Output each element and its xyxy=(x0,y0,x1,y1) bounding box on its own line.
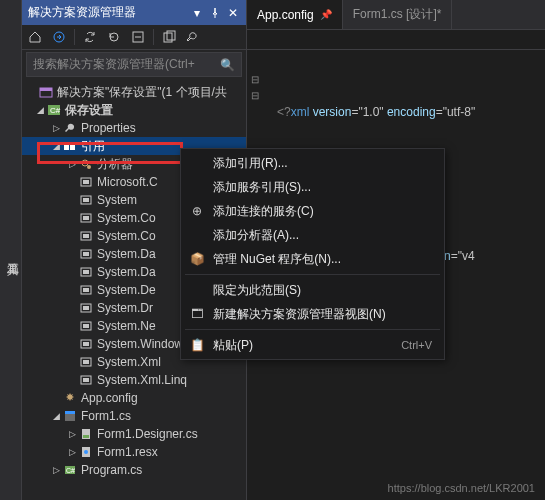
search-input[interactable]: 搜索解决方案资源管理器(Ctrl+ 🔍 xyxy=(26,52,242,77)
solution-icon xyxy=(38,84,54,100)
editor-toolbar xyxy=(247,30,545,50)
assembly-icon xyxy=(78,354,94,370)
svg-rect-27 xyxy=(83,306,89,310)
svg-rect-17 xyxy=(83,216,89,220)
menu-new-explorer-view[interactable]: 🗔新建解决方案资源管理器视图(N) xyxy=(183,302,442,326)
assembly-icon xyxy=(78,246,94,262)
outline-gutter: ⊟⊟ xyxy=(251,56,259,152)
refresh-icon[interactable] xyxy=(105,28,123,46)
assembly-icon xyxy=(78,318,94,334)
pin-icon[interactable]: 📌 xyxy=(320,9,332,20)
expander-icon[interactable]: ▷ xyxy=(50,465,62,475)
expander-icon[interactable]: ▷ xyxy=(66,429,78,439)
svg-point-11 xyxy=(87,165,91,169)
resx-icon xyxy=(78,444,94,460)
expander-icon[interactable]: ▷ xyxy=(66,159,78,169)
menu-manage-nuget[interactable]: 📦管理 NuGet 程序包(N)... xyxy=(183,247,442,271)
menu-add-service-reference[interactable]: 添加服务引用(S)... xyxy=(183,175,442,199)
svg-text:C#: C# xyxy=(50,106,61,115)
shortcut-label: Ctrl+V xyxy=(401,339,432,351)
svg-rect-31 xyxy=(83,342,89,346)
assembly-icon xyxy=(78,192,94,208)
assembly-icon xyxy=(78,228,94,244)
expander-icon[interactable]: ◢ xyxy=(50,411,62,421)
analyzer-icon xyxy=(78,156,94,172)
svg-rect-8 xyxy=(64,142,69,150)
svg-rect-5 xyxy=(40,88,52,91)
explorer-toolbar xyxy=(22,25,246,50)
nuget-icon: 📦 xyxy=(189,252,205,266)
references-icon xyxy=(62,138,78,154)
svg-rect-2 xyxy=(164,33,172,42)
svg-rect-25 xyxy=(83,288,89,292)
paste-icon: 📋 xyxy=(189,338,205,352)
expander-icon[interactable]: ▷ xyxy=(66,447,78,457)
appconfig-node[interactable]: App.config xyxy=(22,389,246,407)
assembly-icon xyxy=(78,210,94,226)
close-icon[interactable]: ✕ xyxy=(226,6,240,20)
connected-service-icon: ⊕ xyxy=(189,204,205,218)
new-view-icon: 🗔 xyxy=(189,307,205,321)
properties-icon[interactable] xyxy=(184,28,202,46)
panel-title: 解决方案资源管理器 xyxy=(28,4,186,21)
svg-rect-35 xyxy=(83,378,89,382)
svg-rect-19 xyxy=(83,234,89,238)
svg-rect-9 xyxy=(70,142,75,150)
form-icon xyxy=(62,408,78,424)
csharp-project-icon: C# xyxy=(46,102,62,118)
menu-add-analyzer[interactable]: 添加分析器(A)... xyxy=(183,223,442,247)
expander-icon[interactable]: ◢ xyxy=(50,141,62,151)
watermark: https://blog.csdn.net/LKR2001 xyxy=(388,482,535,494)
tab-appconfig[interactable]: App.config📌 xyxy=(247,0,343,29)
menu-add-connected-service[interactable]: ⊕添加连接的服务(C) xyxy=(183,199,442,223)
svg-rect-29 xyxy=(83,324,89,328)
show-all-icon[interactable] xyxy=(160,28,178,46)
svg-rect-33 xyxy=(83,360,89,364)
assembly-icon xyxy=(78,336,94,352)
svg-rect-3 xyxy=(167,31,175,40)
menu-add-reference[interactable]: 添加引用(R)... xyxy=(183,151,442,175)
pin-icon[interactable] xyxy=(208,6,222,20)
editor-tabs: App.config📌 Form1.cs [设计]* xyxy=(247,0,545,30)
collapse-icon[interactable] xyxy=(129,28,147,46)
cs-file-icon xyxy=(78,426,94,442)
program-node[interactable]: ▷C#Program.cs xyxy=(22,461,246,479)
nav-arrow-icon[interactable] xyxy=(50,28,68,46)
svg-rect-13 xyxy=(83,180,89,184)
home-icon[interactable] xyxy=(26,28,44,46)
svg-rect-37 xyxy=(65,411,75,414)
solution-node[interactable]: 解决方案"保存设置"(1 个项目/共 xyxy=(22,83,246,101)
toolbox-tab[interactable]: 工具箱 xyxy=(0,0,22,500)
menu-separator xyxy=(185,329,440,330)
cs-file-icon: C# xyxy=(62,462,78,478)
assembly-icon xyxy=(78,174,94,190)
svg-rect-15 xyxy=(83,198,89,202)
reference-item[interactable]: System.Xml.Linq xyxy=(22,371,246,389)
panel-header: 解决方案资源管理器 ▾ ✕ xyxy=(22,0,246,25)
config-icon xyxy=(62,390,78,406)
tab-form1-design[interactable]: Form1.cs [设计]* xyxy=(343,0,453,29)
svg-text:C#: C# xyxy=(66,467,75,474)
menu-scope-to-this[interactable]: 限定为此范围(S) xyxy=(183,278,442,302)
context-menu: 添加引用(R)... 添加服务引用(S)... ⊕添加连接的服务(C) 添加分析… xyxy=(180,148,445,360)
form1-resx-node[interactable]: ▷Form1.resx xyxy=(22,443,246,461)
separator xyxy=(74,29,75,45)
svg-point-10 xyxy=(82,160,88,166)
search-icon: 🔍 xyxy=(220,58,235,72)
assembly-icon xyxy=(78,372,94,388)
form1-designer-node[interactable]: ▷Form1.Designer.cs xyxy=(22,425,246,443)
svg-rect-23 xyxy=(83,270,89,274)
svg-rect-21 xyxy=(83,252,89,256)
properties-node[interactable]: ▷Properties xyxy=(22,119,246,137)
svg-point-41 xyxy=(84,450,88,454)
assembly-icon xyxy=(78,264,94,280)
expander-icon[interactable]: ▷ xyxy=(50,123,62,133)
dropdown-icon[interactable]: ▾ xyxy=(190,6,204,20)
form1-node[interactable]: ◢Form1.cs xyxy=(22,407,246,425)
project-node[interactable]: ◢C#保存设置 xyxy=(22,101,246,119)
menu-paste[interactable]: 📋粘贴(P)Ctrl+V xyxy=(183,333,442,357)
sync-icon[interactable] xyxy=(81,28,99,46)
expander-icon[interactable]: ◢ xyxy=(34,105,46,115)
menu-separator xyxy=(185,274,440,275)
svg-rect-39 xyxy=(83,435,89,438)
